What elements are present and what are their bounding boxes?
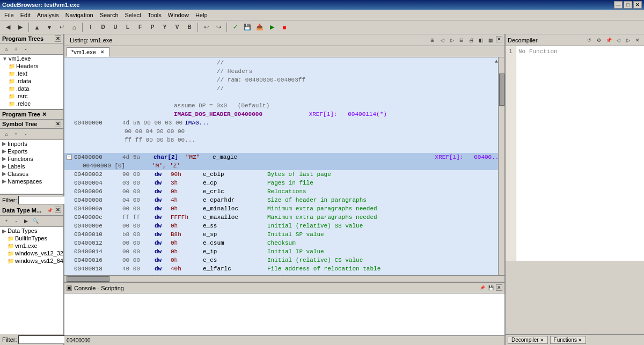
sym-imports[interactable]: ▶ Imports (0, 140, 63, 148)
menu-search[interactable]: Search (97, 11, 122, 19)
dt-windows64[interactable]: 📁 windows_vs12_64 (0, 257, 63, 265)
menu-select[interactable]: Select (122, 11, 145, 19)
ref-button[interactable]: Y (159, 22, 171, 33)
code-view[interactable]: ▲ // // Headers // ram: 00400000-004003f… (64, 57, 504, 275)
view-button[interactable]: V (171, 22, 183, 33)
vertical-scrollbar[interactable] (498, 57, 504, 275)
console-close[interactable]: ✕ (496, 284, 502, 291)
code-line-00400006[interactable]: 00400006 00 00 dw 0h e_crlc Relocations (64, 187, 504, 196)
horizontal-scrollbar[interactable] (64, 275, 504, 282)
tab-close-icon[interactable]: ✕ (100, 49, 105, 55)
console-save-btn[interactable]: 💾 (487, 284, 495, 292)
sym-classes[interactable]: ▶ Classes (0, 170, 63, 178)
save-button[interactable]: 💾 (241, 22, 253, 33)
listing-btn1[interactable]: ⊞ (428, 36, 437, 45)
listing-btn5[interactable]: 🖨 (467, 36, 475, 45)
back-button[interactable]: ◀ (2, 22, 14, 33)
listing-btn3[interactable]: ▷ (448, 36, 456, 45)
symbol-tree-close[interactable]: ✕ (55, 121, 61, 127)
run-button[interactable]: ▶ (266, 22, 278, 33)
func-button[interactable]: F (134, 22, 146, 33)
listing-btn6[interactable]: ◧ (477, 36, 485, 45)
dt-btn3[interactable]: ▶ (21, 217, 30, 225)
dec-close-btn[interactable]: ✕ (633, 36, 642, 45)
tree-item-data[interactable]: 📁 .data (0, 85, 63, 92)
tree-item-vm1exe[interactable]: ▼ vm1.exe (0, 55, 63, 62)
maximize-button[interactable]: □ (624, 1, 632, 9)
disassemble-button[interactable]: D (97, 22, 109, 33)
tree-item-text[interactable]: 📁 .text (0, 70, 63, 77)
sym-functions[interactable]: ▶ Functions (0, 155, 63, 163)
code-line-0040000a[interactable]: 0040000a 00 00 dw 0h e_minalloc Minimum … (64, 204, 504, 213)
code-line-00400008[interactable]: 00400008 04 00 dw 4h e_cparhdr Size of h… (64, 196, 504, 204)
undo2-button[interactable]: ↩ (200, 22, 212, 33)
dec-right-btn[interactable]: ▷ (624, 36, 632, 45)
close-button[interactable]: ✕ (633, 1, 642, 9)
menu-window[interactable]: Window (165, 11, 192, 19)
dt-vm1exe[interactable]: 📁 vm1.exe (0, 242, 63, 249)
tree-item-headers[interactable]: 📁 Headers (0, 62, 63, 70)
datatype-close[interactable]: ✕ (55, 207, 61, 213)
code-line-00400018[interactable]: 00400018 40 00 dw 40h e_lfarlc File addr… (64, 265, 504, 273)
tree-item-rdata[interactable]: 📁 .rdata (0, 77, 63, 85)
code-line-selected-1[interactable]: − 00400000 4d 5a char[2] "MZ" e_magic XR… (64, 153, 504, 162)
func-tab-close[interactable]: ✕ (578, 337, 582, 343)
code-line-00400004[interactable]: 00400004 03 00 dw 3h e_cp Pages in file (64, 179, 504, 187)
functions-tab[interactable]: Functions ✕ (550, 336, 586, 344)
sym-exports[interactable]: ▶ Exports (0, 148, 63, 155)
dec-refresh-btn[interactable]: ↺ (585, 36, 594, 45)
minimize-button[interactable]: — (614, 1, 623, 9)
code-line-00400002[interactable]: 00400002 90 00 dw 90h e_cblp Bytes of la… (64, 170, 504, 179)
menu-edit[interactable]: Edit (17, 11, 34, 19)
clear-button[interactable]: U (109, 22, 121, 33)
tree-item-rsrc[interactable]: 📁 .rsrc (0, 92, 63, 100)
code-line-selected-2[interactable]: 00400000 [0] 'M', 'Z' (64, 162, 504, 170)
menu-analysis[interactable]: Analysis (34, 11, 62, 19)
menu-navigation[interactable]: Navigation (62, 11, 97, 19)
decompiler-tab[interactable]: Decompiler ✕ (508, 336, 548, 344)
sym-btn2[interactable]: + (12, 130, 20, 138)
tree-item-reloc[interactable]: 📁 .reloc (0, 100, 63, 107)
dt-windows32[interactable]: 📁 windows_vs12_32 (0, 249, 63, 257)
code-line-00400012[interactable]: 00400012 00 00 dw 0h e_csum Checksum (64, 239, 504, 247)
code-line-0040000e[interactable]: 0040000e 00 00 dw 0h e_ss Initial (relat… (64, 222, 504, 230)
tree-collapse-btn[interactable]: - (21, 45, 30, 53)
dt-btn4[interactable]: 🔍 (31, 217, 40, 225)
check-button[interactable]: ✓ (229, 22, 241, 33)
up-button[interactable]: ▲ (31, 22, 43, 33)
datatype-pin-btn[interactable]: 📌 (46, 207, 54, 214)
collapse-btn[interactable]: − (67, 155, 72, 160)
listing-btn4[interactable]: ⊟ (457, 36, 466, 45)
menu-tools[interactable]: Tools (144, 11, 165, 19)
home-button[interactable]: ⌂ (68, 22, 80, 33)
listing-btn2[interactable]: ◁ (438, 36, 447, 45)
program-tree-close[interactable]: ✕ (55, 35, 61, 42)
code-line-0040001a[interactable]: 0040001a 00 00 dw 0h e_ovno Overlay numb… (64, 273, 504, 275)
sym-labels[interactable]: ▶ Labels (0, 163, 63, 170)
ptr-button[interactable]: P (147, 22, 158, 33)
label-button[interactable]: L (122, 22, 134, 33)
forward-button[interactable]: ▶ (14, 22, 26, 33)
code-line-00400010[interactable]: 00400010 b8 00 dw B8h e_sp Initial SP va… (64, 230, 504, 239)
listing-btn7[interactable]: ▦ (486, 36, 495, 45)
sym-btn1[interactable]: ⌂ (2, 130, 11, 138)
dec-config-btn[interactable]: ⚙ (595, 36, 603, 45)
dec-pin-btn[interactable]: 📌 (604, 36, 613, 45)
menu-help[interactable]: Help (192, 11, 211, 19)
dt-datatypes[interactable]: ▶ Data Types (0, 227, 63, 234)
code-line-00400016[interactable]: 00400016 00 00 dw 0h e_cs Initial (relat… (64, 256, 504, 265)
stop-button[interactable]: ■ (279, 22, 290, 33)
import-button[interactable]: 📥 (254, 22, 266, 33)
listing-close[interactable]: ✕ (496, 36, 502, 42)
menu-file[interactable]: File (1, 11, 17, 19)
dt-btn1[interactable]: + (2, 217, 11, 225)
vm1exe-tab[interactable]: *vm1.exe ✕ (67, 47, 109, 57)
code-line-00400014[interactable]: 00400014 00 00 dw 0h e_ip Initial IP val… (64, 247, 504, 256)
sym-namespaces[interactable]: ▶ Namespaces (0, 178, 63, 185)
console-pin-btn[interactable]: 📌 (479, 284, 486, 292)
dec-tab-close[interactable]: ✕ (540, 337, 544, 343)
h-scrollbar-thumb[interactable] (67, 276, 109, 282)
undo-button[interactable]: I (85, 22, 97, 33)
dec-left-btn[interactable]: ◁ (614, 36, 623, 45)
scrollbar-thumb[interactable] (499, 74, 504, 106)
